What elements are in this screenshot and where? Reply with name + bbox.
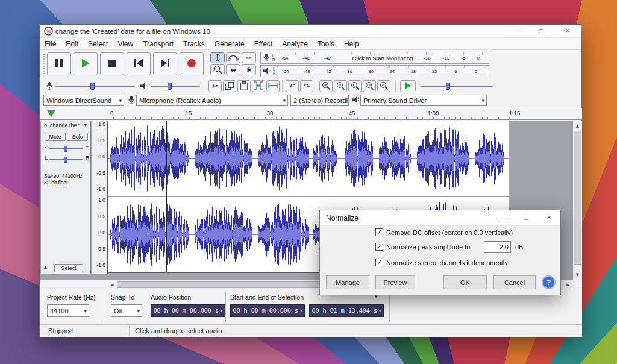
silence-audio-button[interactable] xyxy=(266,80,280,92)
playback-volume-thumb[interactable] xyxy=(168,83,172,90)
record-button[interactable] xyxy=(180,52,204,75)
manage-button[interactable]: Manage xyxy=(326,275,369,289)
menu-help[interactable]: Help xyxy=(339,38,364,49)
fit-selection-button[interactable] xyxy=(348,80,362,92)
zoom-out-button[interactable] xyxy=(334,80,347,92)
selection-end-field[interactable]: 00 h 01 m 13.404 s ▾ xyxy=(309,304,384,317)
help-button[interactable]: ? xyxy=(542,275,556,289)
menu-generate[interactable]: Generate xyxy=(210,38,249,49)
menu-tracks[interactable]: Tracks xyxy=(178,38,210,49)
zoom-in-button[interactable] xyxy=(319,80,333,92)
undo-button[interactable]: ↶ xyxy=(286,80,299,92)
cut-icon: ✂ xyxy=(212,82,218,90)
timeline-tick-label: 0 xyxy=(110,110,113,116)
normalize-dialog-titlebar[interactable]: Normalize — □ × xyxy=(320,210,560,226)
envelope-tool-button[interactable] xyxy=(226,52,240,63)
scroll-up-icon[interactable]: ▲ xyxy=(573,122,582,130)
amplitude-ruler[interactable]: 1.0 0.5 0.0 -0.5 -1.0 1.0 0.5 0.0 -0.5 -… xyxy=(92,121,108,274)
snap-to-select[interactable]: Off ▾ xyxy=(111,304,142,317)
menu-effect[interactable]: Effect xyxy=(249,38,277,49)
fit-project-button[interactable] xyxy=(363,80,376,92)
menu-select[interactable]: Select xyxy=(83,38,113,49)
play-at-speed-button[interactable] xyxy=(400,80,416,92)
pause-button[interactable] xyxy=(47,52,71,75)
paste-button[interactable] xyxy=(237,80,251,92)
multi-tool-button[interactable]: ✱ xyxy=(242,64,256,75)
collapse-track-button[interactable]: ▴ xyxy=(44,263,47,270)
cancel-button[interactable]: Cancel xyxy=(493,275,536,289)
envelope-tool-icon xyxy=(228,53,239,63)
title-bar[interactable]: change the 'Created' date for a file on … xyxy=(40,25,581,38)
vertical-scroll-thumb[interactable] xyxy=(574,131,581,265)
redo-button[interactable]: ↷ xyxy=(300,80,313,92)
recording-volume-slider[interactable] xyxy=(55,86,135,87)
timeline-ruler[interactable]: 0 15 30 45 1:00 1:15 xyxy=(40,108,582,120)
playback-meter[interactable]: LR -54 -48 -42 -36 -30 -24 -18 -12 -6 0 xyxy=(260,65,489,77)
track-name[interactable]: change the ' xyxy=(50,122,83,128)
scroll-right-icon[interactable]: ► xyxy=(564,281,572,289)
play-speed-thumb[interactable] xyxy=(446,83,450,90)
zoom-toggle-button[interactable] xyxy=(377,80,390,92)
minimize-button[interactable]: — xyxy=(501,25,528,37)
track-select-button[interactable]: Select xyxy=(54,264,83,272)
peak-amplitude-input[interactable] xyxy=(484,241,511,253)
trim-audio-button[interactable] xyxy=(252,80,265,92)
gain-thumb[interactable] xyxy=(64,146,67,152)
close-button[interactable]: × xyxy=(554,25,581,37)
normalize-peak-checkbox[interactable]: ✓ xyxy=(375,243,383,251)
recording-volume-thumb[interactable] xyxy=(90,83,95,90)
mute-button[interactable]: Mute xyxy=(45,133,66,141)
audio-host-select[interactable]: Windows DirectSound ▾ xyxy=(43,95,124,106)
timeshift-tool-button[interactable]: ↔ xyxy=(226,64,240,75)
dialog-maximize-button[interactable]: □ xyxy=(515,210,537,225)
transport-toolbar-grip[interactable] xyxy=(43,54,45,74)
scroll-down-icon[interactable]: ▼ xyxy=(573,271,582,278)
pan-thumb[interactable] xyxy=(64,157,67,163)
play-button[interactable] xyxy=(74,52,98,75)
skip-to-start-button[interactable] xyxy=(127,52,151,75)
draw-tool-button[interactable]: ✏ xyxy=(242,52,256,63)
gain-slider[interactable] xyxy=(49,148,83,149)
spinner-icon[interactable]: ▾ xyxy=(300,309,302,313)
menu-analyze[interactable]: Analyze xyxy=(277,38,313,49)
dialog-minimize-button[interactable]: — xyxy=(492,210,515,225)
paste-icon xyxy=(240,81,248,92)
menu-tools[interactable]: Tools xyxy=(313,38,339,49)
audio-position-field[interactable]: 00 h 00 m 00.000 s ▾ xyxy=(151,304,225,317)
playback-volume-slider[interactable] xyxy=(151,86,200,87)
selection-start-field[interactable]: 00 h 00 m 00.000 s ▾ xyxy=(230,304,305,317)
recording-channels-select[interactable]: 2 (Stereo) Recording Chan ▾ xyxy=(290,95,349,106)
solo-button[interactable]: Solo xyxy=(67,133,88,141)
maximize-button[interactable]: □ xyxy=(528,25,554,37)
waveform-left-channel[interactable] xyxy=(108,121,509,196)
play-speed-slider[interactable] xyxy=(421,86,493,87)
menu-transport[interactable]: Transport xyxy=(138,38,178,49)
vertical-scrollbar[interactable]: ▲ ▼ xyxy=(573,121,582,280)
remove-dc-checkbox[interactable]: ✓ xyxy=(375,228,383,236)
ok-button[interactable]: OK xyxy=(443,275,487,289)
start-monitoring-button[interactable]: Click to Start Monitoring xyxy=(348,55,416,61)
preview-button[interactable]: Preview xyxy=(375,275,415,289)
stop-button[interactable] xyxy=(100,52,124,75)
playback-device-select[interactable]: Primary Sound Driver ▾ xyxy=(360,95,487,106)
selection-tool-button[interactable] xyxy=(210,52,225,63)
track-menu-icon[interactable]: ▾ xyxy=(84,122,87,128)
recording-device-select[interactable]: Microphone (Realtek Audio) ▾ xyxy=(136,95,288,106)
pan-slider[interactable] xyxy=(49,159,83,160)
skip-to-end-button[interactable] xyxy=(153,52,177,75)
scroll-left-icon[interactable]: ◄ xyxy=(108,281,116,289)
menu-view[interactable]: View xyxy=(113,38,138,49)
menu-edit[interactable]: Edit xyxy=(61,38,83,49)
dialog-close-button[interactable]: × xyxy=(537,210,560,225)
spinner-icon[interactable]: ▾ xyxy=(379,309,381,313)
recording-meter[interactable]: LR -54 -48 -42 -18 -12 -6 0 Click to Sta… xyxy=(260,52,489,64)
copy-button[interactable] xyxy=(223,80,236,92)
zoom-tool-button[interactable] xyxy=(210,64,225,75)
track-close-button[interactable]: × xyxy=(43,122,48,128)
cut-button[interactable]: ✂ xyxy=(208,80,222,92)
project-rate-select[interactable]: 44100 ▾ xyxy=(47,304,89,317)
menu-file[interactable]: File xyxy=(40,38,61,49)
spinner-icon[interactable]: ▾ xyxy=(221,309,223,313)
stereo-independent-checkbox[interactable]: ✓ xyxy=(375,259,383,266)
pinned-play-head-icon[interactable] xyxy=(47,110,55,119)
